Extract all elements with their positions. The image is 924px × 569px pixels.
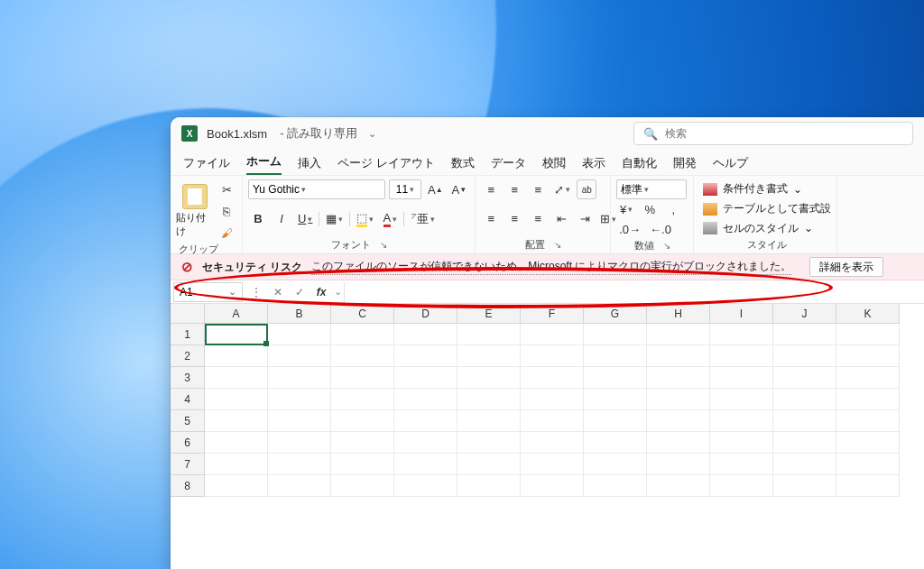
- tab-insert[interactable]: 挿入: [298, 155, 321, 175]
- cell[interactable]: [331, 367, 394, 389]
- cell[interactable]: [521, 345, 584, 367]
- cell[interactable]: [710, 410, 773, 432]
- column-header[interactable]: B: [268, 304, 331, 324]
- cell[interactable]: [836, 410, 900, 432]
- cell[interactable]: [647, 324, 710, 345]
- indent-decrease-button[interactable]: ⇤: [551, 209, 571, 229]
- cell[interactable]: [268, 389, 331, 410]
- font-color-button[interactable]: A: [380, 209, 400, 229]
- select-all-corner[interactable]: [171, 304, 205, 324]
- cell[interactable]: [394, 367, 457, 389]
- formula-input[interactable]: [344, 282, 924, 302]
- cell[interactable]: [205, 475, 268, 497]
- cell[interactable]: [268, 345, 331, 367]
- cell[interactable]: [836, 475, 900, 497]
- cell[interactable]: [836, 324, 900, 345]
- cell[interactable]: [205, 432, 268, 454]
- cell[interactable]: [584, 410, 647, 432]
- align-left-button[interactable]: ≡: [481, 209, 501, 229]
- align-bottom-button[interactable]: ≡: [528, 179, 548, 199]
- cell[interactable]: [394, 389, 457, 410]
- cell[interactable]: [331, 389, 394, 410]
- cell[interactable]: [521, 389, 584, 410]
- column-header[interactable]: H: [647, 304, 710, 324]
- row-header[interactable]: 3: [171, 367, 205, 389]
- cell[interactable]: [647, 475, 710, 497]
- cell[interactable]: [457, 345, 521, 367]
- tab-formulas[interactable]: 数式: [451, 155, 475, 175]
- format-painter-button[interactable]: 🖌: [217, 223, 236, 243]
- tab-view[interactable]: 表示: [582, 155, 605, 175]
- paste-button[interactable]: 貼り付け: [176, 182, 213, 240]
- cell-area[interactable]: [205, 324, 900, 569]
- cell[interactable]: [268, 454, 331, 475]
- cell[interactable]: [647, 367, 710, 389]
- increase-decimal-button[interactable]: .0→: [616, 219, 643, 239]
- cell[interactable]: [331, 324, 394, 345]
- column-headers[interactable]: ABCDEFGHIJK: [205, 304, 900, 324]
- tab-developer[interactable]: 開発: [673, 155, 697, 175]
- wrap-text-button[interactable]: ab: [577, 179, 596, 199]
- row-header[interactable]: 1: [171, 324, 205, 345]
- cell[interactable]: [836, 389, 900, 410]
- indent-increase-button[interactable]: ⇥: [575, 209, 595, 229]
- currency-button[interactable]: ¥: [616, 199, 636, 219]
- column-header[interactable]: A: [205, 304, 268, 324]
- cell[interactable]: [710, 454, 773, 475]
- cell[interactable]: [647, 345, 710, 367]
- row-header[interactable]: 6: [171, 432, 205, 454]
- cell[interactable]: [457, 432, 521, 454]
- cell[interactable]: [836, 432, 900, 454]
- number-format-select[interactable]: 標準: [616, 179, 687, 199]
- cell[interactable]: [710, 389, 773, 410]
- cell[interactable]: [710, 367, 773, 389]
- column-header[interactable]: F: [521, 304, 584, 324]
- phonetic-button[interactable]: ア亜: [408, 209, 438, 229]
- cell[interactable]: [331, 345, 394, 367]
- comma-button[interactable]: ,: [663, 199, 683, 219]
- align-right-button[interactable]: ≡: [528, 209, 548, 229]
- cut-button[interactable]: ✂: [217, 179, 236, 199]
- cell[interactable]: [836, 345, 900, 367]
- cell[interactable]: [331, 454, 394, 475]
- cell[interactable]: [647, 389, 710, 410]
- cell[interactable]: [584, 345, 647, 367]
- cell[interactable]: [647, 454, 710, 475]
- dialog-launcher-icon[interactable]: ↘: [380, 240, 387, 250]
- document-mode[interactable]: - 読み取り専用: [280, 125, 357, 142]
- column-header[interactable]: G: [584, 304, 647, 324]
- cell[interactable]: [521, 367, 584, 389]
- column-header[interactable]: E: [457, 304, 521, 324]
- row-header[interactable]: 7: [171, 454, 205, 475]
- column-header[interactable]: C: [331, 304, 394, 324]
- cell[interactable]: [331, 410, 394, 432]
- cell[interactable]: [205, 454, 268, 475]
- column-header[interactable]: I: [710, 304, 773, 324]
- dialog-launcher-icon[interactable]: ↘: [554, 240, 561, 250]
- column-header[interactable]: D: [394, 304, 457, 324]
- cell[interactable]: [268, 410, 331, 432]
- row-header[interactable]: 8: [171, 475, 205, 497]
- cell[interactable]: [205, 367, 268, 389]
- cell[interactable]: [457, 324, 521, 345]
- cell[interactable]: [394, 410, 457, 432]
- cell[interactable]: [521, 432, 584, 454]
- cell[interactable]: [394, 324, 457, 345]
- cell[interactable]: [521, 324, 584, 345]
- cell[interactable]: [773, 410, 836, 432]
- border-button[interactable]: ▦: [323, 209, 346, 229]
- italic-button[interactable]: I: [272, 209, 291, 229]
- underline-button[interactable]: U: [295, 209, 315, 229]
- bold-button[interactable]: B: [248, 209, 268, 229]
- column-header[interactable]: J: [773, 304, 836, 324]
- cell[interactable]: [457, 410, 521, 432]
- copy-button[interactable]: ⎘: [217, 201, 236, 221]
- dialog-launcher-icon[interactable]: ↘: [663, 241, 670, 251]
- cell[interactable]: [394, 475, 457, 497]
- align-middle-button[interactable]: ≡: [504, 179, 524, 199]
- cell[interactable]: [394, 345, 457, 367]
- align-top-button[interactable]: ≡: [481, 179, 501, 199]
- font-name-select[interactable]: Yu Gothic: [248, 179, 385, 199]
- cell[interactable]: [773, 475, 836, 497]
- cell[interactable]: [584, 454, 647, 475]
